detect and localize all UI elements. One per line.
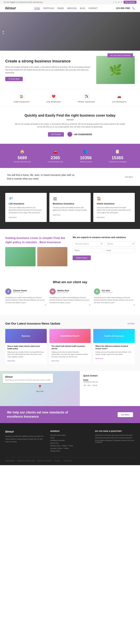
footer-link-privacy[interactable]: PRIVACY SECURITY xyxy=(37,460,52,462)
footer-link-policy[interactable]: POLICY xyxy=(55,460,61,462)
map-area: 📍 New York binsur San Francisco, CA 1241… xyxy=(0,371,80,406)
news-get-more-link[interactable]: Get More xyxy=(128,322,135,324)
footer-col-questions: Do you have a question? What kind of Ins… xyxy=(95,430,135,453)
policy-section: Getting business cover is simple! Find t… xyxy=(0,229,140,273)
testimonial-3-role: Lead Insurance xyxy=(102,292,113,293)
header: binsur HOME PORTFOLIO PAGES SERVICES BLO… xyxy=(0,4,140,12)
life-insurance-type[interactable]: ❤️ LIFE INSURANCE xyxy=(46,93,61,103)
footer-address-heading: Address xyxy=(50,430,90,432)
contracts-signed-icon: 📋 xyxy=(109,149,126,154)
news-section-header: Get Our Latest insurance News Update Get… xyxy=(5,322,135,326)
news-read-more-1[interactable]: Read More xyxy=(7,360,15,362)
testimonial-3-header: E Eve alisn Lead Insurance xyxy=(94,288,135,294)
news-desc-2: Helping you as one we doesn't start the … xyxy=(51,351,89,358)
tagline-get-more-link[interactable]: Get More xyxy=(125,176,133,178)
footer-top: binsur Insurance provides the stability … xyxy=(5,430,135,453)
testimonial-1-avatar: Z xyxy=(5,288,11,294)
nav-pages[interactable]: PAGES xyxy=(57,7,64,9)
news-desc-1: Helping you as a family of less of a hou… xyxy=(7,351,45,358)
news-image-1: Business xyxy=(5,329,47,343)
nav-portfolio[interactable]: PORTFOLIO xyxy=(43,7,54,9)
footer-email-label: Email: xyxy=(50,437,90,439)
home-insurance-type[interactable]: 🏠 HOME INSURANCE xyxy=(14,93,29,103)
pinterest-icon[interactable]: P xyxy=(121,1,122,3)
footer-link-contacts[interactable]: CONTACTS xyxy=(63,460,72,462)
how-you-come-select[interactable]: How you come to xyxy=(73,241,103,246)
news-row: Business How to make smart choices about… xyxy=(5,329,135,364)
header-phone: 123-456-7890 xyxy=(116,7,130,10)
travel-insurance-type[interactable]: ✈️ TRAVEL INSURANCE xyxy=(78,93,95,103)
home-insurance-label: HOME INSURANCE xyxy=(14,101,29,103)
stat-car: 🚗 2365 Car Protection xyxy=(48,149,63,163)
get-quote-button[interactable]: Get a Quote xyxy=(124,1,137,4)
home-insurance-card-title: Home insurance xyxy=(97,202,131,205)
hero-heading: Create a strong business Insurance xyxy=(5,59,93,64)
business-insurance-card-desc: Insurance protects the liability busines… xyxy=(53,206,87,212)
phone-input[interactable] xyxy=(73,248,103,253)
news-title-3: What's the difference between frontal & … xyxy=(95,345,133,350)
cta-button[interactable]: Get More xyxy=(118,412,133,417)
home-insurance-read-more[interactable]: Read More xyxy=(97,216,105,218)
quote-mark-1: " xyxy=(45,304,46,308)
testimonial-2-role: B2B Insurance xyxy=(57,292,69,293)
car-insurance-icon: 🚗 xyxy=(116,93,123,100)
nav-services[interactable]: SERVICES xyxy=(67,7,77,9)
scroll-dot-1 xyxy=(3,31,4,32)
hero-read-more-button[interactable]: To Know More xyxy=(5,77,23,81)
travel-insurance-label: TRAVEL INSURANCE xyxy=(78,101,95,103)
news-read-more-3[interactable]: Read More xyxy=(95,358,103,360)
footer-hours-mon: Monday 9:00p - 9:00pm - 5 Days xyxy=(50,445,90,446)
linkedin-icon[interactable]: in xyxy=(118,1,120,3)
submit-inquiry-button[interactable]: Submit Inquiry xyxy=(73,256,91,260)
scroll-dots xyxy=(3,29,4,34)
testimonials-section: What are our client say Z Zubaear Hasan … xyxy=(0,273,140,315)
testimonial-1-text: Everything up to confirm and providing y… xyxy=(5,296,46,304)
facebook-icon[interactable]: f xyxy=(113,1,114,3)
life-insurance-read-more[interactable]: Read More xyxy=(9,216,17,218)
service-select[interactable]: Service xyxy=(105,241,135,246)
footer-link-insurance[interactable]: INSURANCE xyxy=(5,460,14,462)
email-input[interactable] xyxy=(105,248,135,253)
nav-home[interactable]: HOME xyxy=(34,7,40,10)
top-bar-right: f 𝕏 in P Get a Quote xyxy=(113,1,137,4)
hero-plant-image: 🌿 xyxy=(96,56,135,84)
map-card-logo: binsur xyxy=(5,376,50,378)
life-insurance-card-desc: Grow your wealth and provide for your de… xyxy=(9,206,43,214)
footer-address-list: City View New Citation Email: info@binsu… xyxy=(50,434,90,452)
nav-blog[interactable]: BLOG xyxy=(80,7,85,9)
footer-col-about: binsur Insurance provides the stability … xyxy=(5,430,45,453)
news-read-more-2[interactable]: Read More xyxy=(51,360,59,362)
footer-col-address: Address City View New Citation Email: in… xyxy=(50,430,90,453)
nav-contact[interactable]: CONTACT xyxy=(88,7,98,9)
testimonial-2-text: Everything up to confirm and providing y… xyxy=(49,296,90,304)
contracts-signed-number: 15365 xyxy=(109,155,126,160)
contact-phone-item: +68 - 0411 - 785-60 xyxy=(83,384,137,386)
hero-text: Create a strong business Insurance We do… xyxy=(5,59,93,81)
testimonial-2: M Malilisa Real B2B Insurance Everything… xyxy=(49,288,90,308)
car-insurance-type[interactable]: 🚗 CAR INSURANCE xyxy=(112,93,126,103)
header-right: 123-456-7890 🔍 xyxy=(116,7,135,10)
car-insurance-label: CAR INSURANCE xyxy=(112,101,126,103)
get-yourself-button[interactable]: Get Yourself xyxy=(48,132,64,136)
testimonial-3-name: Eve alisn xyxy=(102,290,113,292)
business-insurance-read-more[interactable]: Read More xyxy=(53,214,61,216)
house-protected-number: 5689 xyxy=(14,155,31,160)
testimonial-3-text: Everything up to confirm and providing y… xyxy=(94,296,135,304)
news-content-3: What's the difference between frontal & … xyxy=(93,343,135,362)
search-icon[interactable]: 🔍 xyxy=(132,7,135,10)
footer-hours-sun: Sunday Close xyxy=(50,450,90,452)
home-insurance-card-desc: Grow your wealth and provide for the pla… xyxy=(97,206,131,214)
testimonial-1: Z Zubaear Hasan CEO Insurance Everything… xyxy=(5,288,46,308)
phone-contact: 📞 +88 01682648305 xyxy=(67,132,92,137)
twitter-icon[interactable]: 𝕏 xyxy=(115,1,117,3)
testimonials-row: Z Zubaear Hasan CEO Insurance Everything… xyxy=(5,288,135,308)
contact-phone-value: +68 - 0411 - 785-60 xyxy=(83,384,137,386)
footer-link-terms[interactable]: TERMS & CONDITIONS xyxy=(17,460,34,462)
scroll-dot-2 xyxy=(3,33,4,34)
quote-mark-2: " xyxy=(89,304,91,308)
testimonials-heading: What are our client say xyxy=(5,280,135,284)
testimonial-3-info: Eve alisn Lead Insurance xyxy=(102,290,113,293)
house-protected-icon: 🏠 xyxy=(14,149,31,154)
map-contact-section: 📍 New York binsur San Francisco, CA 1241… xyxy=(0,371,140,406)
stats-section: 🏠 5689 House Protected 🚗 2365 Car Protec… xyxy=(0,144,140,168)
